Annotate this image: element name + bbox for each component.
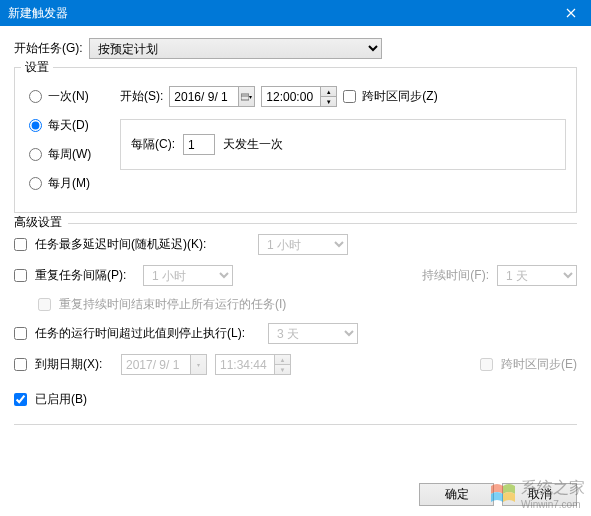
start-label: 开始(S): <box>120 88 163 105</box>
interval-label: 每隔(C): <box>131 136 175 153</box>
close-icon <box>566 8 576 18</box>
repeat-select: 1 小时 <box>143 265 233 286</box>
duration-select: 1 天 <box>497 265 577 286</box>
expire-time-field <box>216 355 274 374</box>
expire-label: 到期日期(X): <box>35 356 113 373</box>
duration-label: 持续时间(F): <box>422 267 489 284</box>
interval-input[interactable] <box>183 134 215 155</box>
settings-legend: 设置 <box>21 59 53 76</box>
expire-time-input: ▲▼ <box>215 354 291 375</box>
interval-box: 每隔(C): 天发生一次 <box>120 119 566 170</box>
start-task-select[interactable]: 按预定计划 <box>89 38 382 59</box>
start-date-field[interactable] <box>170 87 238 106</box>
stop-after-label: 任务的运行时间超过此值则停止执行(L): <box>35 325 260 342</box>
sync-tz-checkbox[interactable]: 跨时区同步(Z) <box>343 88 437 105</box>
stop-repeat-checkbox <box>38 298 51 311</box>
expire-tz-checkbox <box>480 358 493 371</box>
radio-daily[interactable]: 每天(D) <box>29 117 106 134</box>
calendar-dropdown-icon[interactable]: ▾ <box>238 87 254 106</box>
enabled-checkbox[interactable] <box>14 393 27 406</box>
window-title: 新建触发器 <box>8 5 68 22</box>
close-button[interactable] <box>551 0 591 26</box>
time-spinner[interactable]: ▲▼ <box>320 87 336 106</box>
expire-tz-label: 跨时区同步(E) <box>501 356 577 373</box>
stop-after-checkbox[interactable] <box>14 327 27 340</box>
advanced-legend: 高级设置 <box>14 214 68 231</box>
repeat-checkbox[interactable] <box>14 269 27 282</box>
start-task-label: 开始任务(G): <box>14 40 83 57</box>
delay-checkbox[interactable] <box>14 238 27 251</box>
enabled-label: 已启用(B) <box>35 391 87 408</box>
time-spinner: ▲▼ <box>274 355 290 374</box>
radio-once[interactable]: 一次(N) <box>29 88 106 105</box>
delay-select: 1 小时 <box>258 234 348 255</box>
radio-weekly[interactable]: 每周(W) <box>29 146 106 163</box>
settings-group: 设置 一次(N) 每天(D) 每周(W) 每月(M) 开始(S): ▾ <box>14 67 577 213</box>
repeat-label: 重复任务间隔(P): <box>35 267 135 284</box>
calendar-dropdown-icon: ▾ <box>190 355 206 374</box>
cancel-button[interactable]: 取消 <box>502 483 577 506</box>
delay-label: 任务最多延迟时间(随机延迟)(K): <box>35 236 250 253</box>
start-time-field[interactable] <box>262 87 320 106</box>
interval-suffix: 天发生一次 <box>223 136 283 153</box>
stop-after-select: 3 天 <box>268 323 358 344</box>
expire-date-field <box>122 355 190 374</box>
start-date-input[interactable]: ▾ <box>169 86 255 107</box>
radio-monthly[interactable]: 每月(M) <box>29 175 106 192</box>
svg-rect-0 <box>241 94 249 100</box>
titlebar: 新建触发器 <box>0 0 591 26</box>
expire-checkbox[interactable] <box>14 358 27 371</box>
ok-button[interactable]: 确定 <box>419 483 494 506</box>
expire-date-input: ▾ <box>121 354 207 375</box>
start-time-input[interactable]: ▲▼ <box>261 86 337 107</box>
stop-repeat-label: 重复持续时间结束时停止所有运行的任务(I) <box>59 296 286 313</box>
